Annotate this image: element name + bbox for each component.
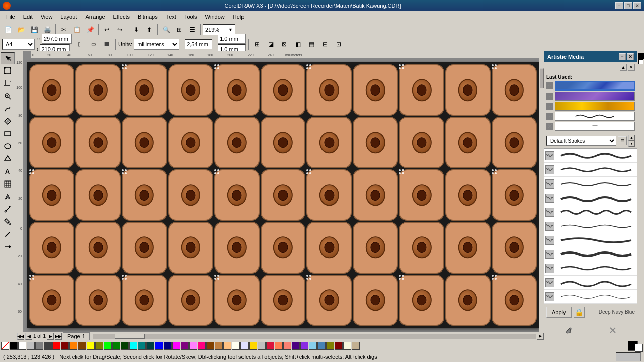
swatch-beige[interactable] (343, 342, 351, 350)
tb2-btn7[interactable]: ⊡ (333, 38, 345, 50)
swatch-salmon[interactable] (283, 342, 291, 350)
nudge-input[interactable]: 2,54 mm (185, 39, 212, 49)
last-used-item-2[interactable] (546, 92, 635, 101)
menu-tools[interactable]: Tools (180, 13, 201, 21)
ellipse-tool[interactable] (1, 140, 15, 152)
swatch-crimson[interactable] (266, 342, 274, 350)
stroke-row-4[interactable] (544, 191, 637, 205)
last-used-preview-2[interactable] (555, 92, 635, 101)
page-size-select[interactable]: A4 (2, 39, 35, 50)
swatch-steelblue[interactable] (317, 342, 326, 350)
shape-tool[interactable] (1, 65, 15, 77)
apply-button[interactable]: Apply (546, 307, 572, 318)
swatch-white[interactable] (18, 342, 26, 350)
new-button[interactable]: 📄 (2, 24, 14, 36)
stroke-row-5[interactable] (544, 205, 637, 219)
panel-minimize-button[interactable]: − (619, 53, 626, 60)
text-tool[interactable]: A (1, 165, 15, 177)
tb2-btn3[interactable]: ⊠ (278, 38, 290, 50)
swatch-green[interactable] (112, 342, 120, 350)
menu-text[interactable]: Text (162, 13, 180, 21)
swatch-maroon[interactable] (335, 342, 343, 350)
polygon-tool[interactable] (1, 153, 15, 165)
swatch-rose[interactable] (198, 342, 206, 350)
swatch-darkyellow[interactable] (95, 342, 103, 350)
swatch-teal[interactable] (138, 342, 146, 350)
swatch-pink[interactable] (189, 342, 197, 350)
last-used-item-3[interactable] (546, 102, 635, 111)
swatch-darkgreen[interactable] (121, 342, 129, 350)
menu-bitmaps[interactable]: Bitmaps (134, 13, 162, 21)
stroke-row-3[interactable] (544, 177, 637, 191)
snap-button[interactable]: ⊞ (173, 24, 185, 36)
strokes-category-select[interactable]: Default Strokes (546, 136, 616, 146)
panel-expand-button[interactable]: ▲ (620, 64, 627, 71)
h-scroll-track[interactable] (93, 334, 536, 339)
import-button[interactable]: ⬇ (130, 24, 142, 36)
stroke-row-9[interactable] (544, 261, 637, 276)
strokes-scroll-down[interactable]: ▼ (628, 141, 635, 147)
tb2-btn4[interactable]: ◧ (292, 38, 304, 50)
bottom-icon-2[interactable] (606, 324, 620, 336)
swatch-skyblue[interactable] (309, 342, 317, 350)
tb2-btn1[interactable]: ⊞ (251, 38, 263, 50)
last-used-preview-4[interactable] (555, 112, 635, 121)
all-pages-button[interactable]: ⬛ (101, 38, 113, 50)
freehand-tool[interactable] (1, 103, 15, 115)
close-app-button[interactable]: ✕ (633, 2, 641, 9)
menu-layout[interactable]: Layout (56, 13, 81, 21)
stroke-row-6[interactable] (544, 219, 637, 233)
stroke-row-10[interactable] (544, 276, 637, 290)
swatch-khaki[interactable] (352, 342, 360, 350)
menu-edit[interactable]: Edit (19, 13, 37, 21)
outline-tool[interactable] (1, 228, 15, 240)
last-used-preview-3[interactable] (555, 102, 635, 111)
maximize-app-button[interactable]: □ (624, 2, 632, 9)
table-tool[interactable] (1, 178, 15, 190)
swatch-lime[interactable] (104, 342, 112, 350)
v-scroll-thumb[interactable] (540, 68, 544, 88)
minimize-app-button[interactable]: − (615, 2, 623, 9)
swatch-coral[interactable] (275, 342, 283, 350)
swatch-navy[interactable] (164, 342, 172, 350)
swatch-lavender[interactable] (240, 342, 249, 350)
swatch-ivory[interactable] (232, 342, 240, 350)
zoom-tool[interactable] (1, 90, 15, 102)
menu-help[interactable]: Help (229, 13, 249, 21)
menu-file[interactable]: File (2, 13, 19, 21)
swatch-purple[interactable] (181, 342, 189, 350)
menu-effects[interactable]: Effects (109, 13, 134, 21)
swatch-brown[interactable] (206, 342, 214, 350)
swatch-orange[interactable] (69, 342, 77, 350)
swatch-indigo[interactable] (292, 342, 300, 350)
fill-tool[interactable] (1, 216, 15, 228)
menu-view[interactable]: View (37, 13, 57, 21)
paste-button[interactable]: 📌 (84, 24, 96, 36)
last-used-preview-1[interactable] (555, 81, 635, 90)
swatch-black[interactable] (10, 342, 18, 350)
panel-collapse-button[interactable]: ✕ (628, 64, 635, 71)
bottom-icon-1[interactable] (561, 324, 576, 336)
v-scrollbar[interactable] (539, 58, 544, 332)
interactive-tool[interactable] (1, 191, 15, 203)
smart-fill-tool[interactable] (1, 115, 15, 127)
canvas-inner[interactable] (23, 58, 544, 332)
swatch-silver[interactable] (258, 342, 266, 350)
last-used-item-4[interactable] (546, 112, 635, 121)
stroke-color-swatch[interactable] (638, 59, 643, 64)
landscape-button[interactable]: ▭ (87, 38, 99, 50)
rectangle-tool[interactable] (1, 128, 15, 140)
tb2-btn5[interactable]: ▤ (305, 38, 317, 50)
eyedropper-tool[interactable] (1, 203, 15, 215)
swatch-violet[interactable] (300, 342, 308, 350)
scroll-right-button[interactable]: ▶ (537, 333, 544, 340)
panel-close-button[interactable]: ✕ (627, 53, 634, 60)
swatch-darkorange[interactable] (78, 342, 86, 350)
menu-window[interactable]: Window (201, 13, 229, 21)
tb2-btn6[interactable]: ⊟ (319, 38, 331, 50)
crop-tool[interactable] (1, 77, 15, 89)
swatch-magenta[interactable] (172, 342, 180, 350)
stroke-row-2[interactable] (544, 163, 637, 177)
next-page-button[interactable]: ▶ (47, 333, 54, 340)
prev-page-button[interactable]: ◀ (25, 333, 32, 340)
